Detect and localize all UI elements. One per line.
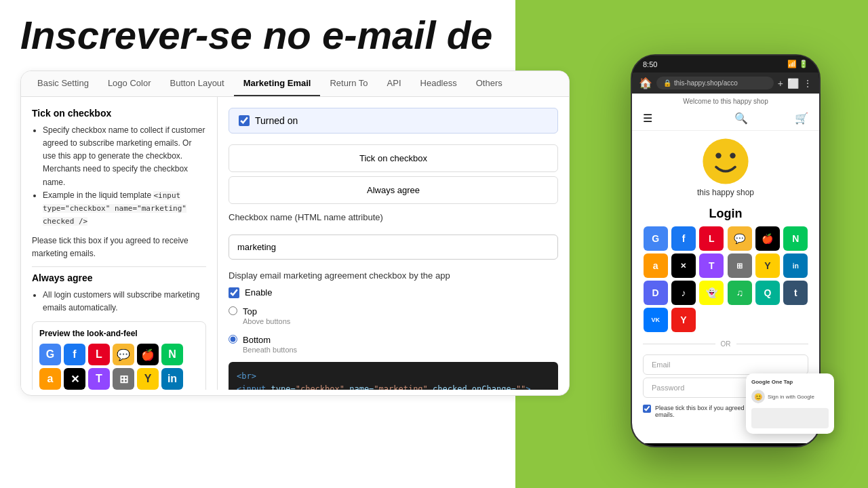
code-line2: <input type="checkbox" name="marketing" … — [237, 383, 550, 390]
twitch-icon[interactable]: T — [699, 253, 724, 278]
store-name-label: this happy shop — [697, 188, 754, 197]
position-radio-group: Top Above buttons Bottom Beneath buttons — [229, 305, 558, 354]
facebook-icon-preview: f — [64, 344, 85, 365]
tab-return-to[interactable]: Return To — [320, 71, 377, 96]
hamburger-icon[interactable]: ☰ — [643, 112, 652, 125]
social-grid-preview: G f L 💬 🍎 N a ✕ T ⊞ Y in D — [39, 344, 199, 390]
browser-home-icon[interactable]: 🏠 — [639, 77, 652, 89]
browser-menu-icon[interactable]: ⋮ — [803, 78, 812, 89]
tab-headless[interactable]: Headless — [411, 71, 467, 96]
browser-tab-icon[interactable]: ⬜ — [787, 78, 799, 89]
snapchat-icon[interactable]: 👻 — [699, 281, 724, 305]
chat-icon-preview: 💬 — [113, 344, 134, 365]
divider — [32, 266, 206, 267]
always-agree-btn[interactable]: Always agree — [229, 176, 558, 204]
phone-container: 8:50 📶 🔋 🏠 🔒 this-happy.shop/acco + ⬜ ⋮ … — [631, 54, 827, 447]
tiktok-icon[interactable]: ♪ — [671, 281, 696, 305]
store-logo-svg — [702, 138, 749, 185]
browser-add-icon[interactable]: + — [778, 78, 783, 89]
one-tap-preview — [751, 408, 829, 428]
tick-note: Please tick this box if you agreed to re… — [32, 235, 206, 260]
tick-bullets: Specify checkbox name to collect if cust… — [32, 124, 206, 228]
checkbox-name-input[interactable] — [229, 235, 558, 260]
top-radio-labels: Top Above buttons — [243, 305, 290, 325]
browser-url-bar[interactable]: 🔒 this-happy.shop/acco — [656, 77, 774, 89]
tab-logo-color[interactable]: Logo Color — [98, 71, 161, 96]
qr-icon[interactable]: Q — [755, 281, 780, 305]
bottom-label: Bottom — [243, 335, 271, 345]
x-icon[interactable]: ✕ — [671, 253, 696, 278]
top-radio[interactable] — [229, 306, 237, 315]
turned-on-label: Turned on — [255, 115, 298, 126]
linkedin-icon[interactable]: in — [783, 253, 808, 278]
code-block: <br> <input type="checkbox" name="market… — [229, 362, 558, 390]
login-title: Login — [632, 207, 819, 221]
svg-point-1 — [715, 152, 721, 158]
svg-point-2 — [730, 152, 735, 158]
store-header: ☰ 🔍 🛒 — [632, 106, 819, 131]
always-bullet-1: All login customers will subscribe marke… — [43, 289, 206, 314]
twitch-icon-preview: T — [88, 368, 110, 390]
amazon-icon-preview: a — [39, 368, 61, 390]
main-heading: Inscrever-se no e-mail de — [20, 14, 570, 57]
vk-icon[interactable]: VK — [644, 308, 668, 332]
checkbox-name-label: Checkbox name (HTML name attribute) — [229, 212, 558, 222]
top-radio-item: Top Above buttons — [229, 305, 558, 325]
or-text: OR — [721, 340, 731, 348]
discord-icon[interactable]: D — [644, 281, 668, 305]
preview-title: Preview the look-and-feel — [39, 329, 199, 338]
tab-api[interactable]: API — [378, 71, 411, 96]
tumblr-icon[interactable]: t — [783, 281, 808, 305]
one-tap-account: Sign in with Google — [768, 394, 814, 400]
yandex-icon[interactable]: Y — [755, 253, 780, 278]
bottom-radio-labels: Bottom Beneath buttons — [243, 333, 297, 354]
or-divider: OR — [632, 336, 819, 352]
tabs-bar: Basic Setting Logo Color Button Layout M… — [21, 71, 569, 97]
line-icon[interactable]: L — [699, 226, 724, 251]
svg-point-0 — [703, 138, 748, 184]
left-panel: Inscrever-se no e-mail de Basic Setting … — [0, 0, 590, 488]
yandex2-icon[interactable]: Y — [671, 308, 696, 332]
url-text: this-happy.shop/acco — [674, 79, 738, 87]
line-icon-preview: L — [88, 344, 110, 365]
enable-label: Enable — [245, 287, 272, 298]
display-label: Display email marketing agreement checkb… — [229, 270, 558, 281]
naver-icon-preview: N — [161, 344, 183, 365]
amazon-icon[interactable]: a — [644, 253, 668, 278]
phone-email-input[interactable]: Email — [643, 354, 808, 375]
bottom-radio[interactable] — [229, 335, 237, 344]
tab-marketing-email[interactable]: Marketing Email — [234, 71, 321, 96]
one-tap-avatar: 😊 — [751, 390, 765, 403]
lock-icon: 🔒 — [663, 79, 671, 87]
naver-icon[interactable]: N — [783, 226, 808, 251]
enable-row: Enable — [229, 287, 558, 298]
bottom-radio-item: Bottom Beneath buttons — [229, 333, 558, 354]
turned-on-row: Turned on — [229, 108, 558, 134]
yandex-icon-preview: Y — [137, 368, 159, 390]
tab-basic-setting[interactable]: Basic Setting — [28, 71, 98, 96]
tick-on-checkbox-btn[interactable]: Tick on checkbox — [229, 144, 558, 172]
one-tap-item: 😊 Sign in with Google — [751, 388, 829, 405]
top-sublabel: Above buttons — [243, 317, 290, 325]
facebook-icon[interactable]: f — [671, 226, 696, 251]
always-title: Always agree — [32, 272, 206, 283]
phone-icons: 📶 🔋 — [787, 60, 808, 68]
tab-button-layout[interactable]: Button Layout — [160, 71, 233, 96]
kakao-icon[interactable]: 💬 — [728, 226, 752, 251]
turned-on-checkbox[interactable] — [239, 115, 250, 126]
x-icon-preview: ✕ — [64, 368, 85, 390]
search-icon[interactable]: 🔍 — [734, 112, 748, 125]
microsoft-icon[interactable]: ⊞ — [728, 253, 752, 278]
enable-checkbox[interactable] — [229, 287, 239, 298]
phone-browser-bar: 🏠 🔒 this-happy.shop/acco + ⬜ ⋮ — [632, 73, 819, 94]
apple-icon[interactable]: 🍎 — [755, 226, 780, 251]
store-welcome: Welcome to this happy shop — [632, 94, 819, 106]
cart-icon[interactable]: 🛒 — [795, 112, 808, 125]
phone-agree-checkbox[interactable] — [643, 405, 651, 413]
content-panel: Turned on Tick on checkbox Always agree … — [218, 97, 569, 390]
bottom-sublabel: Beneath buttons — [243, 346, 297, 354]
tab-others[interactable]: Others — [467, 71, 512, 96]
google-icon[interactable]: G — [644, 226, 668, 251]
one-tap-title: Google One Tap — [751, 379, 829, 385]
spotify-icon[interactable]: ♫ — [728, 281, 752, 305]
